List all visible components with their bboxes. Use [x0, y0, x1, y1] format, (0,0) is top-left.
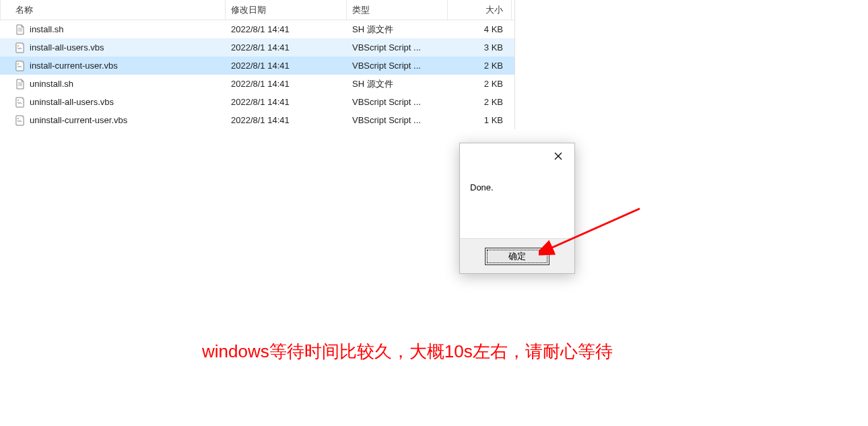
vbs-file-icon — [15, 61, 26, 71]
file-date: 2022/8/1 14:41 — [226, 75, 347, 93]
file-name: install.sh — [30, 24, 64, 34]
file-type: VBScript Script ... — [347, 57, 448, 75]
file-type: SH 源文件 — [347, 75, 448, 93]
column-header-date[interactable]: 修改日期 — [226, 0, 347, 20]
annotation-text: windows等待时间比较久，大概10s左右，请耐心等待 — [202, 340, 613, 363]
file-name-cell: uninstall-current-user.vbs — [0, 115, 226, 126]
file-size: 2 KB — [448, 93, 512, 111]
dialog-footer: 确定 — [460, 238, 574, 273]
dialog-titlebar — [460, 143, 574, 169]
ok-button[interactable]: 确定 — [485, 248, 549, 265]
sh-file-icon — [15, 24, 26, 35]
file-explorer: 名称 修改日期 类型 大小 install.sh2022/8/1 14:41SH… — [0, 0, 515, 129]
file-date: 2022/8/1 14:41 — [226, 20, 347, 38]
dialog-message: Done. — [460, 169, 574, 238]
svg-point-4 — [18, 45, 19, 46]
sh-file-icon — [15, 79, 26, 90]
file-date: 2022/8/1 14:41 — [226, 111, 347, 129]
file-name: uninstall.sh — [30, 79, 73, 89]
file-date: 2022/8/1 14:41 — [226, 57, 347, 75]
file-date: 2022/8/1 14:41 — [226, 38, 347, 57]
file-row[interactable]: install-all-users.vbs2022/8/1 14:41VBScr… — [0, 38, 514, 57]
message-dialog: Done. 确定 — [459, 143, 575, 274]
file-row[interactable]: install.sh2022/8/1 14:41SH 源文件4 KB — [0, 20, 514, 38]
file-row[interactable]: uninstall-all-users.vbs2022/8/1 14:41VBS… — [0, 93, 514, 111]
file-size: 2 KB — [448, 75, 512, 93]
file-name-cell: uninstall.sh — [0, 79, 226, 90]
file-size: 4 KB — [448, 20, 512, 38]
file-date: 2022/8/1 14:41 — [226, 93, 347, 111]
file-name: uninstall-current-user.vbs — [30, 115, 127, 125]
file-type: VBScript Script ... — [347, 111, 448, 129]
close-button[interactable] — [549, 147, 568, 166]
file-name: install-all-users.vbs — [30, 42, 104, 52]
file-name: install-current-user.vbs — [30, 61, 118, 71]
file-size: 1 KB — [448, 111, 512, 129]
close-icon — [554, 152, 562, 160]
file-type: SH 源文件 — [347, 20, 448, 38]
vbs-file-icon — [15, 42, 26, 53]
file-size: 2 KB — [448, 57, 512, 75]
file-type: VBScript Script ... — [347, 93, 448, 111]
column-header-row: 名称 修改日期 类型 大小 — [0, 0, 514, 20]
file-row[interactable]: install-current-user.vbs2022/8/1 14:41VB… — [0, 57, 514, 75]
svg-point-6 — [18, 63, 19, 65]
svg-point-13 — [18, 118, 19, 119]
file-row[interactable]: uninstall.sh2022/8/1 14:41SH 源文件2 KB — [0, 75, 514, 93]
vbs-file-icon — [15, 97, 26, 108]
file-size: 3 KB — [448, 38, 512, 57]
svg-point-11 — [18, 100, 19, 101]
vbs-file-icon — [15, 115, 26, 126]
file-name-cell: uninstall-all-users.vbs — [0, 97, 226, 108]
column-header-type[interactable]: 类型 — [347, 0, 448, 20]
file-row[interactable]: uninstall-current-user.vbs2022/8/1 14:41… — [0, 111, 514, 129]
column-header-name[interactable]: 名称 — [0, 0, 226, 20]
file-name-cell: install-current-user.vbs — [0, 61, 226, 71]
file-list: install.sh2022/8/1 14:41SH 源文件4 KBinstal… — [0, 20, 514, 129]
file-name-cell: install.sh — [0, 24, 226, 35]
file-type: VBScript Script ... — [347, 38, 448, 57]
file-name-cell: install-all-users.vbs — [0, 42, 226, 53]
file-name: uninstall-all-users.vbs — [30, 97, 114, 107]
column-header-size[interactable]: 大小 — [448, 0, 512, 20]
